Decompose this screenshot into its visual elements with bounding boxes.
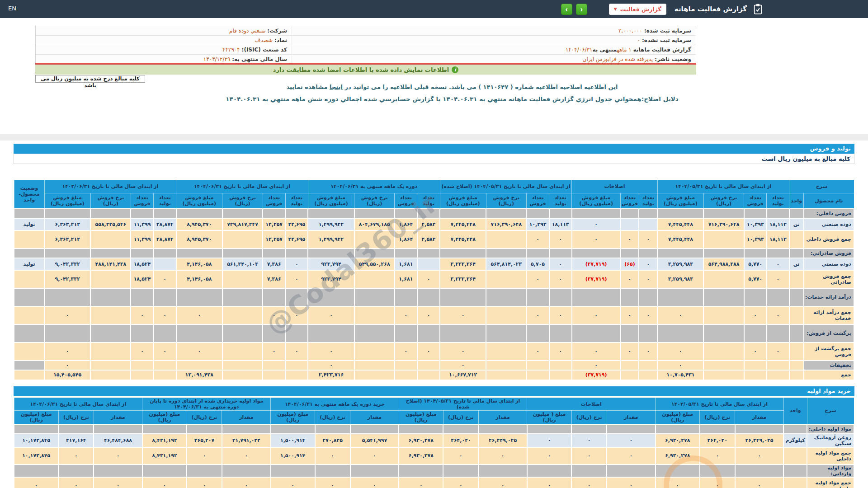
data-cell: ۱۲,۲۵۷ [263,230,285,249]
row-label-cell: تخفیفات [804,361,854,370]
prev-report-button[interactable]: ‹ [561,4,572,15]
data-cell [354,324,395,343]
data-cell [285,324,308,343]
data-cell: ۷,۳۸۶ [263,258,285,270]
data-cell [783,465,807,477]
row-label-cell: فروش داخلی: [804,209,854,218]
column-header: مبلغ (میلیون ریال) [142,411,187,424]
next-report-button[interactable]: › [576,4,587,15]
data-cell: ۲۷۰,۸۲۵ [315,434,350,447]
data-cell [549,209,572,218]
data-cell: ۰ [399,477,443,488]
million-rial-note: کلیه مبالغ درج شده به میلیون ریال می باش… [35,75,145,83]
column-header: تعداد تولید [154,193,176,209]
data-cell [222,270,263,288]
data-cell [703,209,744,218]
data-cell: ۰ [350,477,399,488]
data-cell [700,465,735,477]
data-cell: ۰ [131,306,153,324]
info-value: پذیرفته شده در فرابورس ایران [583,56,653,62]
data-cell [621,324,639,343]
column-header: مقدار [350,411,399,424]
data-cell: ۱۸,۵۲۴ [131,270,153,288]
info-value: ۱ ماهه [617,47,631,53]
data-cell: ۳,۲۲۲,۲۶۴ [440,270,486,288]
report-type-dropdown[interactable]: ▼ گزارش فعالیت [609,4,666,15]
data-cell: ۰ [285,270,308,288]
column-header: مبلغ ( میلیون ریال) [527,411,571,424]
data-cell: ۶,۹۳۰,۲۷۸ [656,434,700,447]
table-row: جمع۱۰,۷۰۵,۴۳۱(۳۷,۷۱۹)۱۰,۶۶۷,۷۱۲۲,۴۲۳,۷۱۶… [14,370,854,380]
report-type-label: گزارش فعالیت [620,6,661,13]
data-cell [222,465,271,477]
data-cell: ۰ [572,361,621,370]
data-cell [131,288,153,306]
data-cell [735,465,784,477]
column-header: از ابتدای سال مالی تا تاریخ ۱۴۰۴/۰۵/۳۱ [656,398,784,411]
data-cell: ۱,۵۰۰,۹۱۴ [271,447,315,465]
data-cell [783,477,807,488]
column-header: مبلغ فروش (میلیون ریال) [44,193,90,209]
data-cell: ۱۰,۳۹۳ [744,218,767,230]
purchase-table: شرحواحداز ابتدای سال مالی تا تاریخ ۱۴۰۴/… [14,397,854,488]
data-cell [639,370,657,380]
data-cell [767,288,789,306]
data-cell [440,209,486,218]
data-cell [639,249,657,258]
row-label-cell: جمع [804,370,854,380]
data-cell [131,370,153,380]
column-header: اصلاحات [572,180,658,193]
data-cell: ۰ [187,477,222,488]
column-header: تعداد تولید [639,193,657,209]
data-cell: ۲۲,۶۹۵ [285,230,308,249]
column-header: نرخ فروش (ریال) [486,193,526,209]
data-cell [549,288,572,306]
signature-match-text: اطلاعات نمایش داده شده با اطلاعات امضا ش… [273,66,449,73]
data-cell: ۴,۱۴۶,۰۵۸ [176,258,222,270]
data-cell [263,370,285,380]
data-cell: ۰ [621,343,639,361]
info-label: سال مالی منتهی به: [232,56,287,62]
data-cell: ۲۶۴,۰۲۰ [443,434,478,447]
info-value: صنعتي دوده فام [229,28,265,34]
data-cell: ۰ [526,230,549,249]
column-header: شرح [789,180,854,193]
data-cell [478,424,527,434]
data-cell [14,209,44,218]
row-label-cell: جمع مواد اولیه داخلی [807,447,854,465]
data-cell [44,249,90,258]
info-value: شصدف [255,37,273,43]
column-header: مواد اولیه خریداری شده از ابتدای دوره تا… [142,398,271,411]
data-cell: ۱۸,۱۱۳ [767,218,789,230]
row-label-cell: جمع درآمد ارائه خدمات [804,306,854,324]
column-header: نرخ (ریال) [315,411,350,424]
table-row: فروش صادراتی: [14,249,854,258]
data-cell: ۰ [639,270,657,288]
data-cell [176,249,222,258]
data-cell [58,465,94,477]
data-cell [621,218,639,230]
previous-notice-link[interactable]: اینجا [330,84,343,90]
divider-band [0,134,868,141]
data-cell: (۳۷,۷۱۹) [572,370,621,380]
info-label: منتهی به [593,47,617,53]
data-cell: ۱۱,۳۹۹ [131,218,153,230]
data-cell: ۰ [767,343,789,361]
data-cell: ۰ [44,343,90,361]
data-cell: ۰ [58,447,94,465]
data-cell: ۷۱۶,۳۹۰,۶۴۸ [703,218,744,230]
data-cell [527,465,571,477]
data-cell: ۰ [549,258,572,270]
data-cell [744,288,767,306]
data-cell: ۲۶,۲۴۹,۰۲۵ [735,434,784,447]
data-cell [90,361,131,370]
data-cell: ۰ [527,447,571,465]
data-cell: ۲۲,۶۹۵ [285,218,308,230]
column-header: خرید دوره یک ماهه منتهی به ۱۴۰۴/۰۶/۳۱ [271,398,399,411]
data-cell: ۰ [549,230,572,249]
data-cell: ۰ [744,343,767,361]
data-cell [222,424,271,434]
row-label-cell: فروش صادراتی: [804,249,854,258]
language-toggle-en[interactable]: EN [8,5,16,12]
column-header: نام محصول [804,193,854,209]
